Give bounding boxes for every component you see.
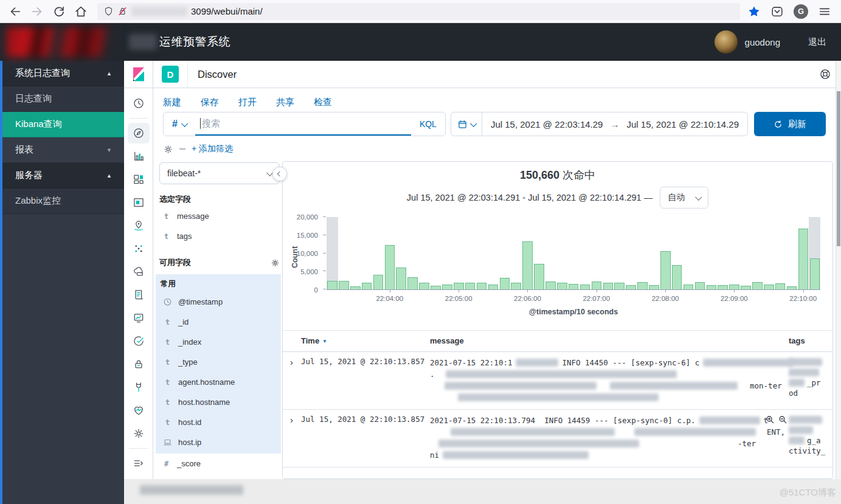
histogram-bar-slot[interactable] bbox=[350, 217, 361, 289]
histogram-bar-slot[interactable] bbox=[786, 217, 798, 289]
histogram-bar-slot[interactable] bbox=[580, 217, 591, 289]
histogram-bar[interactable] bbox=[764, 285, 774, 289]
nav-canvas[interactable] bbox=[124, 191, 153, 214]
histogram-bar[interactable] bbox=[350, 286, 361, 289]
back-icon[interactable] bbox=[9, 5, 22, 18]
histogram-bar-slot[interactable] bbox=[568, 217, 580, 289]
column-header-message[interactable]: message bbox=[430, 336, 789, 345]
sidebar-item-系统日志查询[interactable]: 系统日志查询▲ bbox=[0, 61, 124, 86]
zoom-in-icon[interactable] bbox=[765, 415, 775, 424]
query-language-filter-button[interactable]: # bbox=[164, 112, 195, 136]
histogram-bar-slot[interactable] bbox=[476, 217, 488, 289]
histogram-bar-slot[interactable] bbox=[373, 217, 384, 289]
nav-metrics[interactable] bbox=[124, 306, 153, 330]
histogram-bar[interactable] bbox=[787, 286, 797, 289]
histogram-bar-slot[interactable] bbox=[361, 217, 373, 289]
histogram-bar-slot[interactable] bbox=[338, 217, 350, 289]
histogram-bar[interactable] bbox=[684, 285, 694, 289]
nav-uptime[interactable] bbox=[124, 330, 153, 353]
histogram-bar[interactable] bbox=[373, 275, 384, 289]
histogram-bar[interactable] bbox=[407, 277, 418, 289]
histogram-bar[interactable] bbox=[442, 285, 452, 289]
histogram-bar-slot[interactable] bbox=[590, 217, 602, 289]
histogram-bar[interactable] bbox=[557, 283, 567, 289]
histogram-bar-slot[interactable] bbox=[465, 217, 476, 289]
histogram-bar-slot[interactable] bbox=[671, 217, 683, 289]
nav-discover[interactable] bbox=[124, 122, 153, 145]
histogram-bar[interactable] bbox=[626, 285, 636, 289]
sidebar-item-Kibana查询[interactable]: Kibana查询 bbox=[0, 112, 124, 137]
histogram-bar[interactable] bbox=[477, 283, 487, 289]
histogram-bar[interactable] bbox=[775, 283, 786, 289]
histogram-bar-slot[interactable] bbox=[637, 217, 648, 289]
histogram-bar[interactable] bbox=[660, 251, 671, 289]
nav-collapse[interactable] bbox=[124, 452, 153, 475]
field-item-tags[interactable]: ttags bbox=[159, 226, 280, 246]
histogram-bar[interactable] bbox=[500, 278, 510, 289]
histogram-bar[interactable] bbox=[649, 285, 659, 289]
interval-select[interactable]: 自动 bbox=[660, 187, 708, 209]
field-item-_index[interactable]: t_index bbox=[161, 332, 276, 352]
histogram-bar-slot[interactable] bbox=[752, 217, 763, 289]
add-filter-link[interactable]: + 添加筛选 bbox=[192, 143, 233, 154]
menu-link-检查[interactable]: 检查 bbox=[314, 97, 332, 108]
field-item-_id[interactable]: t_id bbox=[161, 312, 276, 332]
histogram-bar[interactable] bbox=[637, 282, 648, 289]
home-icon[interactable] bbox=[74, 5, 88, 18]
histogram-bar[interactable] bbox=[522, 241, 533, 289]
menu-link-新建[interactable]: 新建 bbox=[163, 97, 181, 108]
refresh-button[interactable]: 刷新 bbox=[754, 112, 826, 136]
field-item-message[interactable]: tmessage bbox=[159, 206, 280, 226]
nav-recent[interactable] bbox=[124, 92, 153, 115]
histogram-bar-slot[interactable] bbox=[545, 217, 556, 289]
histogram-bar[interactable] bbox=[385, 245, 395, 289]
histogram-bar[interactable] bbox=[488, 285, 499, 289]
histogram-bar[interactable] bbox=[327, 281, 337, 289]
date-to[interactable]: Jul 15, 2021 @ 22:10:14.29 bbox=[626, 119, 739, 129]
histogram-bar-slot[interactable] bbox=[717, 217, 729, 289]
histogram-bar[interactable] bbox=[454, 283, 464, 289]
shield-icon[interactable] bbox=[103, 6, 114, 16]
histogram-bar[interactable] bbox=[752, 282, 763, 289]
histogram-bar[interactable] bbox=[339, 281, 349, 289]
histogram-bar-slot[interactable] bbox=[499, 217, 510, 289]
browser-account-avatar[interactable]: G bbox=[794, 4, 808, 19]
histogram-bar-slot[interactable] bbox=[705, 217, 717, 289]
sidebar-item-日志查询[interactable]: 日志查询 bbox=[0, 86, 124, 112]
histogram-bar-slot[interactable] bbox=[775, 217, 786, 289]
forward-icon[interactable] bbox=[30, 5, 44, 18]
scrollbar-thumb[interactable] bbox=[837, 91, 840, 246]
reload-icon[interactable] bbox=[52, 5, 66, 18]
histogram-bar-slot[interactable] bbox=[694, 217, 706, 289]
field-item-@timestamp[interactable]: @timestamp bbox=[161, 292, 276, 312]
field-item-_score[interactable]: #_score bbox=[159, 454, 280, 474]
histogram-bar[interactable] bbox=[580, 285, 590, 289]
insecure-lock-icon[interactable] bbox=[117, 6, 128, 16]
histogram-bar[interactable] bbox=[810, 258, 820, 289]
histogram-bar-slot[interactable] bbox=[430, 217, 441, 289]
histogram-bar[interactable] bbox=[672, 265, 682, 289]
kql-toggle[interactable]: KQL bbox=[411, 112, 445, 136]
histogram-bar[interactable] bbox=[603, 283, 614, 289]
field-settings-gear-icon[interactable] bbox=[271, 258, 280, 268]
pocket-icon[interactable] bbox=[770, 5, 784, 18]
sidebar-item-Zabbix监控[interactable]: Zabbix监控 bbox=[0, 188, 124, 214]
kibana-logo[interactable] bbox=[124, 61, 153, 88]
histogram-bar[interactable] bbox=[729, 285, 739, 289]
histogram-bar-slot[interactable] bbox=[556, 217, 568, 289]
menu-link-打开[interactable]: 打开 bbox=[238, 97, 257, 108]
browser-menu-icon[interactable] bbox=[818, 5, 831, 18]
histogram-bar-slot[interactable] bbox=[327, 217, 338, 289]
field-item-agent.hostname[interactable]: tagent.hostname bbox=[161, 372, 276, 392]
histogram-bar-slot[interactable] bbox=[648, 217, 660, 289]
histogram-bar[interactable] bbox=[511, 283, 521, 289]
histogram-bar-slot[interactable] bbox=[740, 217, 752, 289]
user-avatar[interactable] bbox=[715, 30, 738, 54]
nav-siem[interactable] bbox=[124, 353, 153, 376]
histogram-bar[interactable] bbox=[362, 283, 372, 289]
search-input[interactable]: 搜索 bbox=[195, 112, 411, 136]
column-header-time[interactable]: Time▼ bbox=[301, 336, 430, 345]
field-item-host.ip[interactable]: host.ip bbox=[161, 432, 276, 452]
histogram-bar-slot[interactable] bbox=[395, 217, 407, 289]
nav-uptime-cloud[interactable] bbox=[124, 260, 153, 283]
